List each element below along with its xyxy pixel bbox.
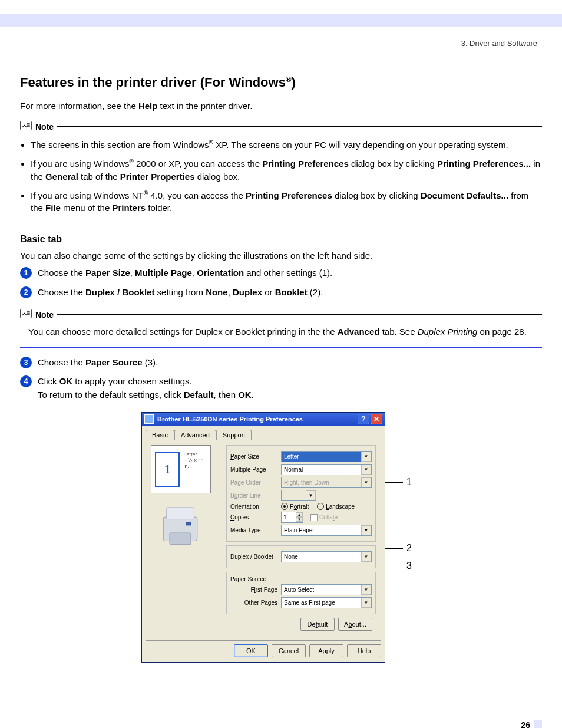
svg-rect-0 (21, 121, 31, 130)
step-item-1: 1 Choose the Paper Size, Multiple Page, … (20, 266, 542, 280)
preview-meta: Letter 8 ½ × 11 in. (183, 452, 210, 493)
note-icon (20, 308, 32, 321)
svg-rect-4 (170, 533, 191, 545)
first-page-label: First Page (230, 587, 277, 593)
dropdown-arrow-icon: ▼ (306, 490, 316, 500)
note-header-2: Note (20, 308, 542, 321)
note-list-1: The screens in this section are from Win… (31, 139, 542, 215)
page-preview[interactable]: 1 Letter 8 ½ × 11 in. (151, 445, 211, 493)
dropdown-arrow-icon: ▼ (361, 465, 371, 475)
tab-advanced[interactable]: Advanced (174, 430, 216, 440)
duplex-select[interactable]: None▼ (281, 551, 372, 562)
dropdown-arrow-icon: ▼ (361, 598, 371, 608)
page-order-label: Page Order (230, 479, 277, 486)
step-item-2: 2 Choose the Duplex / Booklet setting fr… (20, 286, 542, 299)
note-item: If you are using Windows® 2000 or XP, yo… (31, 157, 542, 183)
step-badge: 1 (20, 267, 32, 279)
step-item-4: 4 Click OK to apply your chosen settings… (20, 375, 542, 401)
step-text: Click OK to apply your chosen settings.T… (38, 375, 254, 401)
note-body-2: You can choose more detailed settings fo… (28, 325, 542, 339)
title-post: ) (291, 75, 295, 90)
page-order-select: Right, then Down▼ (281, 477, 372, 488)
dialog-titlebar: Brother HL-5250DN series Printing Prefer… (142, 413, 385, 426)
svg-rect-3 (167, 508, 194, 519)
note-item: If you are using Windows NT® 4.0, you ca… (31, 189, 542, 215)
default-button[interactable]: Default (300, 618, 335, 631)
section-divider (20, 347, 542, 348)
page-title: Features in the printer driver (For Wind… (20, 75, 542, 90)
step-badge: 4 (20, 375, 32, 387)
media-type-select[interactable]: Plain Paper▼ (281, 525, 372, 536)
svg-rect-1 (21, 309, 31, 318)
help-button[interactable]: Help (347, 644, 381, 657)
note-rule (57, 314, 542, 315)
top-accent-bar (0, 14, 562, 27)
copies-spinner[interactable]: 1▲▼ (281, 512, 303, 523)
basic-tab-subtext: You can also change some of the settings… (20, 251, 542, 261)
section-divider (20, 223, 542, 223)
step-text: Choose the Paper Size, Multiple Page, Or… (38, 266, 332, 280)
titlebar-help-button[interactable]: ? (358, 414, 369, 424)
page-number: 26 (0, 720, 542, 728)
note-rule (57, 126, 542, 127)
apply-button[interactable]: Apply (309, 644, 343, 657)
dropdown-arrow-icon: ▼ (361, 452, 371, 462)
svg-rect-5 (186, 522, 191, 525)
dialog-title: Brother HL-5250DN series Printing Prefer… (157, 416, 356, 423)
other-pages-select[interactable]: Same as First page▼ (281, 597, 372, 608)
dropdown-arrow-icon: ▼ (361, 585, 371, 595)
portrait-radio[interactable]: Portrait (281, 503, 309, 510)
dropdown-arrow-icon: ▼ (361, 552, 371, 562)
printing-preferences-dialog: Brother HL-5250DN series Printing Prefer… (141, 412, 385, 663)
step-text: Choose the Paper Source (3). (38, 356, 158, 370)
tab-basic[interactable]: Basic (146, 430, 174, 440)
other-pages-label: Other Pages (230, 599, 277, 606)
note-item: The screens in this section are from Win… (31, 139, 542, 151)
breadcrumb: 3. Driver and Software (0, 39, 537, 48)
border-line-label: Border Line (230, 492, 277, 499)
ok-button[interactable]: OK (234, 644, 268, 657)
title-pre: Features in the printer driver (For Wind… (20, 75, 286, 90)
note-label: Note (35, 122, 54, 131)
dialog-tabs: Basic Advanced Support (142, 426, 385, 440)
multiple-page-label: Multiple Page (230, 466, 277, 473)
about-button[interactable]: About... (338, 618, 372, 631)
paper-size-select[interactable]: Letter▼ (281, 451, 372, 462)
copies-label: Copies (230, 514, 277, 521)
multiple-page-select[interactable]: Normal▼ (281, 464, 372, 475)
callout-column: 1 2 3 (385, 412, 421, 663)
app-icon (144, 414, 154, 424)
spinner-arrows-icon: ▲▼ (296, 512, 303, 521)
step-item-3: 3 Choose the Paper Source (3). (20, 356, 542, 370)
paper-size-label: Paper Size (230, 453, 277, 460)
basic-tab-heading: Basic tab (20, 234, 542, 245)
paper-source-label: Paper Source (230, 576, 372, 582)
titlebar-close-button[interactable]: ✕ (371, 414, 382, 424)
cancel-button[interactable]: Cancel (272, 644, 306, 657)
step-badge: 3 (20, 357, 32, 368)
first-page-select[interactable]: Auto Select▼ (281, 584, 372, 595)
orientation-label: Orientation (230, 503, 277, 510)
callout-1: 1 (406, 477, 412, 487)
intro-text: For more information, see the Help text … (20, 101, 542, 111)
landscape-radio[interactable]: Landscape (317, 503, 355, 510)
media-type-label: Media Type (230, 527, 277, 533)
printer-illustration[interactable] (151, 498, 210, 557)
callout-2: 2 (406, 543, 412, 554)
page-tab-accent (534, 720, 542, 728)
duplex-label: Duplex / Booklet (230, 554, 277, 560)
radio-icon (281, 503, 288, 510)
tab-support[interactable]: Support (216, 430, 252, 440)
step-text: Choose the Duplex / Booklet setting from… (38, 286, 323, 299)
collate-checkbox: Collate (310, 514, 338, 521)
dropdown-arrow-icon: ▼ (361, 477, 371, 487)
checkbox-icon (310, 514, 318, 521)
callout-3: 3 (406, 561, 412, 571)
radio-icon (317, 503, 324, 510)
note-header-1: Note (20, 120, 542, 133)
border-line-select: ▼ (281, 490, 316, 501)
note-icon (20, 120, 32, 133)
preview-sheet: 1 (155, 452, 180, 487)
step-badge: 2 (20, 286, 32, 298)
dropdown-arrow-icon: ▼ (361, 525, 371, 535)
